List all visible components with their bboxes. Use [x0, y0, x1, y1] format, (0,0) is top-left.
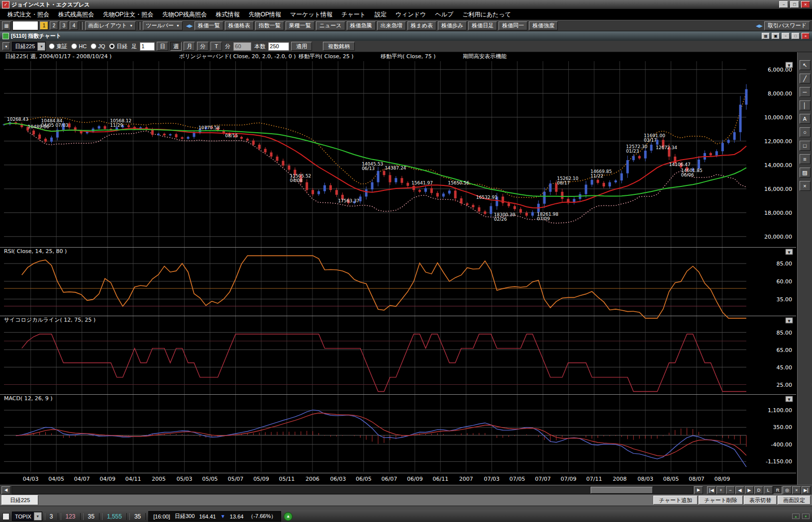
minimize-button[interactable]: －: [779, 1, 788, 8]
magnifier-button[interactable]: ◎: [783, 486, 792, 494]
toggle-display-button[interactable]: 表示切替: [744, 496, 777, 505]
menu-futures-op-order[interactable]: 先物OP注文・照会: [99, 10, 158, 19]
layout-4-button[interactable]: 4: [70, 21, 78, 30]
quick-index-list-button[interactable]: 指数一覧: [255, 21, 284, 30]
menu-chart[interactable]: チャート: [337, 10, 370, 19]
market-radio-hc[interactable]: HC: [71, 43, 87, 49]
market-radio-jq[interactable]: JQ: [91, 43, 105, 49]
panel-scale-dropdown[interactable]: ▼: [786, 249, 793, 255]
scrollbar-track[interactable]: [11, 486, 693, 494]
toolbar-dropdown[interactable]: ツールバー ▼: [143, 21, 183, 30]
step-right-button[interactable]: ▶: [745, 486, 754, 494]
screen-settings-button[interactable]: 画面設定: [778, 496, 811, 505]
menu-futures-op-balance[interactable]: 先物OP残高照会: [158, 10, 211, 19]
menu-stock-balance[interactable]: 株式残高照会: [54, 10, 99, 19]
window-layout-button[interactable]: ▣: [772, 33, 780, 39]
scrollbar-thumb[interactable]: [591, 487, 653, 494]
period-tick-button[interactable]: T: [210, 42, 222, 51]
grid-icon[interactable]: ▦: [2, 21, 11, 30]
market-radio-tse[interactable]: 東証: [49, 43, 67, 50]
window-close-button[interactable]: ×: [802, 33, 810, 39]
symbol-select[interactable]: 日経225 ▼: [12, 42, 46, 51]
quick-price-strength-button[interactable]: 株価強度: [529, 21, 558, 30]
window-grid-button[interactable]: ▦: [762, 33, 770, 39]
menu-usage-guide[interactable]: ご利用にあたって: [458, 10, 515, 19]
bar-interval-input[interactable]: [140, 42, 155, 51]
clear-button[interactable]: ×: [792, 486, 801, 494]
ticker-jump-button[interactable]: ▲: [284, 512, 293, 521]
jump-start-button[interactable]: |◀: [707, 486, 716, 494]
zoom-out-button[interactable]: −: [726, 486, 735, 494]
close-button[interactable]: ×: [801, 1, 810, 8]
window-menu-dropdown[interactable]: ▼: [2, 42, 10, 50]
chart-canvas[interactable]: 04/0304/0504/0704/0904/11200505/0305/050…: [0, 52, 796, 485]
quick-board-summary-button[interactable]: 株まめ表: [407, 21, 437, 30]
bar-count-input[interactable]: [268, 42, 289, 51]
ellipse-tool-icon[interactable]: ○: [800, 127, 811, 137]
quick-sector-list-button[interactable]: 業種一覧: [286, 21, 314, 30]
quick-daily-price-button[interactable]: 株価日足: [468, 21, 497, 30]
window-restore-button[interactable]: □: [792, 33, 800, 39]
quick-price-surge-button[interactable]: 株価急騰: [347, 21, 376, 30]
text-tool-icon[interactable]: A: [800, 114, 811, 124]
status-checkbox[interactable]: [2, 513, 9, 520]
horizontal-line-tool-icon[interactable]: ─: [800, 87, 811, 97]
scroll-left-button[interactable]: ◀: [1, 486, 10, 494]
market-radio-nikkei[interactable]: 日経: [109, 43, 127, 50]
menu-help[interactable]: ヘルプ: [430, 10, 458, 19]
period-week-button[interactable]: 週: [170, 42, 182, 51]
menu-stock-order[interactable]: 株式注文・照会: [3, 10, 54, 19]
minute-input[interactable]: [233, 42, 251, 51]
multi-symbol-button[interactable]: 複数銘柄: [323, 42, 355, 51]
panel-scale-dropdown[interactable]: ▼: [786, 318, 793, 323]
panel-scale-dropdown[interactable]: ▼: [786, 396, 793, 402]
quick-volume-surge-button[interactable]: 出来急増: [377, 21, 406, 30]
zoom-in-button[interactable]: +: [716, 486, 725, 494]
period-month-button[interactable]: 月: [184, 42, 195, 51]
menu-settings[interactable]: 設定: [370, 10, 391, 19]
index-select[interactable]: TOPIX ▼: [12, 512, 42, 521]
quick-same-price-button[interactable]: 株価同一: [499, 21, 527, 30]
chevron-down-icon: ▼: [129, 24, 133, 27]
ticker-change-pct: （-7.66%）: [248, 513, 276, 520]
add-chart-button[interactable]: チャート追加: [653, 496, 698, 505]
menu-futures-op-info[interactable]: 先物OP情報: [244, 10, 286, 19]
menu-stock-info[interactable]: 株式情報: [211, 10, 244, 19]
panel-scale-dropdown[interactable]: ▼: [786, 62, 793, 68]
status-down-button[interactable]: ▼: [802, 514, 810, 519]
layout-2-button[interactable]: 2: [50, 21, 58, 30]
tab-nikkei225[interactable]: 日経225: [1, 495, 38, 505]
collapse-arrows-icon[interactable]: ◀▶: [186, 23, 193, 28]
period-minute-button[interactable]: 分: [197, 42, 208, 51]
eraser-tool-icon[interactable]: ▨: [800, 168, 811, 177]
menu-window[interactable]: ウィンドウ: [391, 10, 430, 19]
trendline-tool-icon[interactable]: ╱: [800, 74, 811, 84]
quick-tick-history-button[interactable]: 株価歩み: [438, 21, 467, 30]
trade-password-button[interactable]: 取引パスワード: [764, 21, 810, 30]
layout-3-button[interactable]: 3: [60, 21, 68, 30]
quick-price-board-button[interactable]: 株価格表: [225, 21, 254, 30]
pointer-tool-icon[interactable]: ↖: [800, 60, 811, 70]
jump-end-button[interactable]: ▶|: [802, 486, 811, 494]
quick-price-list-button[interactable]: 株価一覧: [195, 21, 223, 30]
period-day-button[interactable]: 日: [157, 42, 168, 51]
code-input[interactable]: [12, 21, 38, 30]
apply-button[interactable]: 適用: [291, 42, 312, 51]
scroll-right-button[interactable]: ▶: [694, 486, 703, 494]
mode-r-button[interactable]: R: [773, 486, 782, 494]
fibonacci-tool-icon[interactable]: ≡: [800, 154, 811, 164]
delete-tool-icon[interactable]: ×: [800, 181, 811, 191]
remove-chart-button[interactable]: チャート削除: [699, 496, 743, 505]
layout-1-button[interactable]: 1: [40, 21, 48, 30]
maximize-button[interactable]: □: [790, 1, 799, 8]
quick-news-button[interactable]: ニュース: [316, 21, 345, 30]
rectangle-tool-icon[interactable]: □: [800, 141, 811, 151]
vertical-line-tool-icon[interactable]: │: [800, 100, 811, 110]
step-left-button[interactable]: ◀: [735, 486, 744, 494]
status-up-button[interactable]: ▲: [792, 514, 800, 519]
mode-d-button[interactable]: D: [754, 486, 763, 494]
screen-layout-dropdown[interactable]: 画面レイアウト ▼: [85, 21, 136, 30]
window-minimize-button[interactable]: －: [782, 33, 790, 39]
menu-market-info[interactable]: マーケット情報: [286, 10, 337, 19]
mode-l-button[interactable]: L: [764, 486, 773, 494]
